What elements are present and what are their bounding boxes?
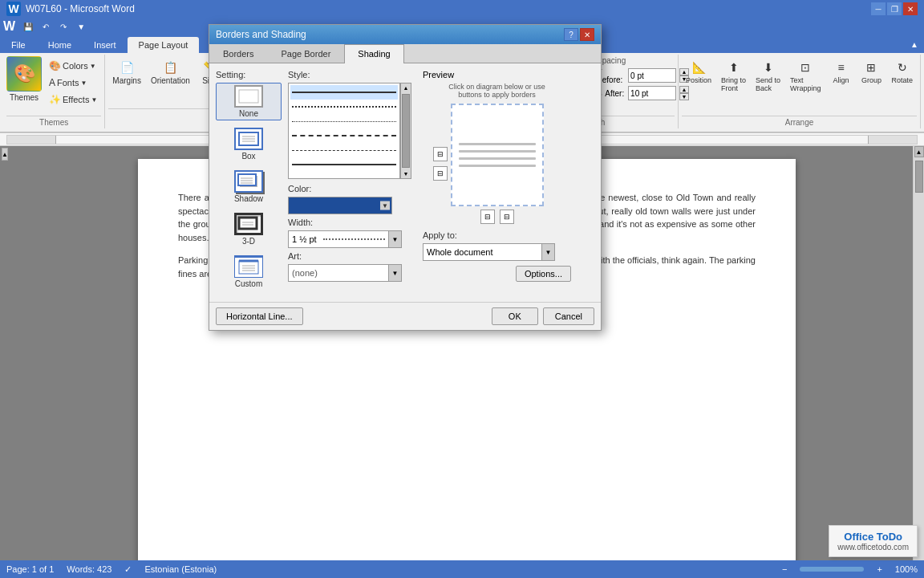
ribbon-minimize-button[interactable]: ▲ xyxy=(906,37,922,51)
position-icon: 📐 xyxy=(692,59,706,76)
send-to-back-icon: ⬇ xyxy=(764,59,773,76)
apply-to-dropdown-arrow[interactable]: ▼ xyxy=(541,244,554,260)
rotate-button[interactable]: ↻ Rotate xyxy=(887,56,917,114)
colors-button[interactable]: 🎨 Colors ▼ xyxy=(45,58,101,74)
title-bar: W W07L60 - Microsoft Word ─ ❐ ✕ xyxy=(0,0,924,18)
dialog-footer: Horizontal Line... OK Cancel xyxy=(209,302,601,330)
effects-dropdown-icon: ▼ xyxy=(91,96,97,104)
style-solid[interactable] xyxy=(290,85,398,100)
effects-button[interactable]: ✨ Effects ▼ xyxy=(45,92,101,108)
ok-button[interactable]: OK xyxy=(492,307,538,325)
style-scroll-up[interactable]: ▲ xyxy=(402,83,411,92)
cancel-button[interactable]: Cancel xyxy=(543,307,594,325)
style-dotted2[interactable] xyxy=(290,114,398,128)
preview-line-4 xyxy=(459,165,536,167)
align-button[interactable]: ≡ Align xyxy=(826,56,855,114)
apply-to-select[interactable]: Whole document ▼ xyxy=(423,243,555,261)
width-dropdown-arrow[interactable]: ▼ xyxy=(388,231,401,247)
save-button[interactable]: 💾 xyxy=(20,19,36,34)
office-todo-url: www.officetodo.com xyxy=(837,543,909,552)
restore-button[interactable]: ❐ xyxy=(887,2,902,15)
middle-border-toggle[interactable]: ⊟ xyxy=(433,166,448,181)
scroll-up-button[interactable]: ▲ xyxy=(914,146,924,157)
dialog-title: Borders and Shading xyxy=(216,29,306,40)
color-select[interactable]: ▼ xyxy=(288,197,392,214)
shadow-label: Shadow xyxy=(234,194,263,203)
tab-borders[interactable]: Borders xyxy=(209,44,268,63)
left-margin: ▲ xyxy=(0,146,10,578)
themes-button[interactable]: 🎨 xyxy=(6,56,42,92)
text-wrapping-button[interactable]: ⊡ TextWrapping xyxy=(786,56,825,114)
dialog-content: Setting: None xyxy=(209,63,601,302)
art-value: (none) xyxy=(289,268,388,278)
setting-panel: Setting: None xyxy=(216,70,282,295)
scroll-thumb[interactable] xyxy=(915,161,923,193)
zoom-in-button[interactable]: + xyxy=(877,564,881,574)
minimize-button[interactable]: ─ xyxy=(871,2,886,15)
options-button[interactable]: Options... xyxy=(516,266,571,282)
tab-insert[interactable]: Insert xyxy=(83,37,128,53)
style-dotted1[interactable] xyxy=(290,100,398,114)
tab-shading[interactable]: Shading xyxy=(344,44,403,63)
setting-custom[interactable]: Custom xyxy=(216,253,282,291)
custom-icon xyxy=(234,255,263,278)
bring-to-front-button[interactable]: ⬆ Bring toFront xyxy=(717,56,750,114)
tab-home[interactable]: Home xyxy=(37,37,83,53)
style-scrollbar[interactable]: ▲ ▼ xyxy=(400,83,411,179)
vertical-scrollbar[interactable]: ▲ ▼ xyxy=(913,146,924,578)
tab-file[interactable]: File xyxy=(0,37,37,53)
box-preview xyxy=(237,131,260,147)
setting-box[interactable]: Box xyxy=(216,125,282,163)
art-dropdown-arrow[interactable]: ▼ xyxy=(388,265,401,281)
shadow-preview xyxy=(237,173,261,190)
send-to-back-button[interactable]: ⬇ Send toBack xyxy=(752,56,784,114)
group-button[interactable]: ⊞ Group xyxy=(857,56,886,114)
style-dash-dot[interactable] xyxy=(290,157,398,172)
left-scroll-btn[interactable]: ▲ xyxy=(2,148,8,161)
style-scroll-thumb[interactable] xyxy=(402,94,410,168)
before-spacing-input[interactable] xyxy=(628,68,676,83)
setting-none[interactable]: None xyxy=(216,83,282,120)
color-dropdown-arrow: ▼ xyxy=(380,201,390,210)
bottom-border-buttons: ⊟ ⊟ xyxy=(480,210,514,224)
spacing-label: Spacing xyxy=(597,56,689,65)
tab-page-border[interactable]: Page Border xyxy=(268,44,345,63)
borders-shading-dialog[interactable]: Borders and Shading ? ✕ Borders Page Bor… xyxy=(209,24,602,331)
tab-page-layout[interactable]: Page Layout xyxy=(128,37,200,53)
text-wrapping-icon: ⊡ xyxy=(800,59,810,76)
align-icon: ≡ xyxy=(837,59,844,76)
width-select[interactable]: 1 ½ pt ▼ xyxy=(288,230,402,248)
setting-shadow[interactable]: Shadow xyxy=(216,168,282,206)
left-border-toggle[interactable]: ⊟ xyxy=(480,210,495,224)
dialog-help-button[interactable]: ? xyxy=(564,28,578,41)
undo-button[interactable]: ↶ xyxy=(38,19,54,34)
rotate-icon: ↻ xyxy=(898,59,907,76)
customize-qat-button[interactable]: ▼ xyxy=(73,19,89,34)
fonts-button[interactable]: A Fonts ▼ xyxy=(45,75,101,91)
after-spacing-input[interactable] xyxy=(628,86,676,100)
dialog-tabs: Borders Page Border Shading xyxy=(209,44,601,63)
setting-3d[interactable]: 3-D xyxy=(216,210,282,248)
top-border-toggle[interactable]: ⊟ xyxy=(433,147,448,161)
svg-rect-13 xyxy=(239,261,258,274)
margins-button[interactable]: 📄 Margins xyxy=(108,56,145,105)
style-scroll-down[interactable]: ▼ xyxy=(402,169,411,178)
style-dashed2[interactable] xyxy=(290,143,398,157)
position-button[interactable]: 📐 Position xyxy=(682,56,715,114)
apply-to-value: Whole document xyxy=(424,247,541,257)
horizontal-line-button[interactable]: Horizontal Line... xyxy=(216,307,303,325)
page-count: Page: 1 of 1 xyxy=(6,564,54,574)
style-listbox[interactable] xyxy=(288,83,400,179)
svg-rect-10 xyxy=(239,218,257,229)
right-border-toggle[interactable]: ⊟ xyxy=(500,210,514,224)
title-bar-title: W07L60 - Microsoft Word xyxy=(26,3,135,14)
svg-rect-6 xyxy=(238,174,256,185)
dialog-close-button[interactable]: ✕ xyxy=(580,28,594,41)
fonts-dropdown-icon: ▼ xyxy=(81,79,87,87)
close-button[interactable]: ✕ xyxy=(903,2,918,15)
style-dashed1[interactable] xyxy=(290,128,398,143)
zoom-out-button[interactable]: − xyxy=(782,564,787,574)
redo-button[interactable]: ↷ xyxy=(55,19,71,34)
orientation-button[interactable]: 📋 Orientation xyxy=(147,56,194,105)
art-select[interactable]: (none) ▼ xyxy=(288,264,402,282)
